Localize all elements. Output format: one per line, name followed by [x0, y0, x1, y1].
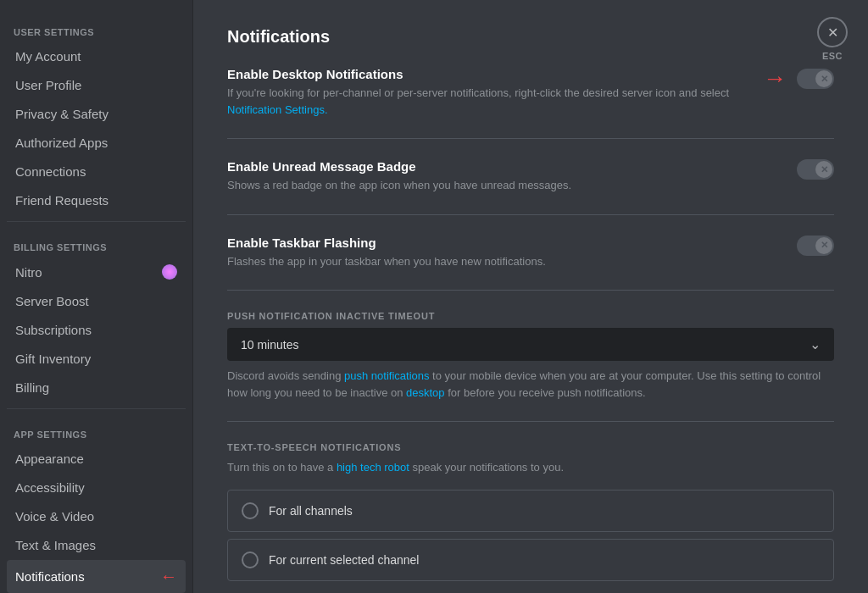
unread-badge-row: Enable Unread Message Badge Shows a red …	[227, 159, 834, 194]
sidebar-item-billing[interactable]: Billing	[7, 374, 186, 402]
push-timeout-selected: 10 minutes	[241, 338, 298, 352]
sidebar-divider-2	[7, 408, 186, 409]
sidebar-divider-1	[7, 221, 186, 222]
divider-4	[227, 421, 834, 422]
sidebar-item-user-profile[interactable]: User Profile	[7, 71, 186, 99]
radio-circle-all	[242, 502, 259, 519]
desktop-notifications-toggle[interactable]: ✕	[797, 69, 834, 89]
taskbar-flashing-info: Enable Taskbar Flashing Flashes the app …	[227, 236, 797, 270]
desktop-notifications-info: Enable Desktop Notifications If you're l…	[227, 67, 763, 118]
taskbar-flashing-title: Enable Taskbar Flashing	[227, 236, 780, 250]
desktop-notifications-row: Enable Desktop Notifications If you're l…	[227, 67, 834, 118]
divider-2	[227, 214, 834, 215]
tts-section: Text-to-Speech Notifications Turn this o…	[227, 442, 834, 581]
taskbar-flashing-toggle[interactable]: ✕	[797, 236, 834, 256]
sidebar-item-nitro[interactable]: Nitro	[7, 258, 186, 286]
sidebar-item-notifications[interactable]: Notifications ←	[7, 560, 186, 593]
sidebar-item-friend-requests[interactable]: Friend Requests	[7, 186, 186, 214]
app-settings-label: App Settings	[7, 416, 186, 443]
sidebar-red-arrow: ←	[160, 567, 177, 586]
chevron-down-icon: ⌄	[810, 336, 821, 352]
tts-label: Text-to-Speech Notifications	[227, 442, 834, 452]
divider-1	[227, 138, 834, 139]
desktop-notifications-title: Enable Desktop Notifications	[227, 67, 746, 81]
toggle-knob: ✕	[815, 70, 832, 87]
unread-badge-desc: Shows a red badge on the app icon when y…	[227, 177, 780, 194]
main-content: ✕ ESC Notifications Enable Desktop Notif…	[193, 0, 868, 593]
billing-settings-label: Billing Settings	[7, 229, 186, 256]
radio-label-current: For current selected channel	[269, 553, 419, 567]
push-timeout-desc: Discord avoids sending push notification…	[227, 368, 834, 401]
close-icon[interactable]: ✕	[817, 17, 848, 47]
red-arrow-desktop: →	[763, 67, 787, 91]
divider-3	[227, 290, 834, 291]
esc-button[interactable]: ✕ ESC	[817, 17, 848, 61]
unread-badge-title: Enable Unread Message Badge	[227, 159, 780, 174]
sidebar-item-server-boost[interactable]: Server Boost	[7, 287, 186, 315]
page-title: Notifications	[227, 27, 834, 47]
taskbar-flashing-row: Enable Taskbar Flashing Flashes the app …	[227, 236, 834, 270]
desktop-notifications-desc: If you're looking for per-channel or per…	[227, 85, 746, 118]
taskbar-flashing-desc: Flashes the app in your taskbar when you…	[227, 253, 780, 270]
desktop-notifications-controls: → ✕	[763, 67, 834, 91]
notification-settings-link[interactable]: Notification Settings.	[227, 103, 328, 116]
esc-label: ESC	[822, 51, 843, 61]
toggle-knob-3: ✕	[815, 237, 832, 254]
sidebar-item-accessibility[interactable]: Accessibility	[7, 474, 186, 502]
sidebar-item-text-images[interactable]: Text & Images	[7, 531, 186, 559]
push-timeout-section: Push Notification Inactive Timeout 10 mi…	[227, 311, 834, 401]
push-timeout-dropdown[interactable]: 10 minutes ⌄	[227, 328, 834, 361]
sidebar-item-voice-video[interactable]: Voice & Video	[7, 502, 186, 530]
radio-circle-current	[242, 551, 259, 568]
sidebar-item-appearance[interactable]: Appearance	[7, 445, 186, 473]
sidebar-item-authorized-apps[interactable]: Authorized Apps	[7, 129, 186, 157]
radio-current-channel[interactable]: For current selected channel	[227, 539, 834, 581]
radio-all-channels[interactable]: For all channels	[227, 490, 834, 532]
sidebar-item-privacy-safety[interactable]: Privacy & Safety	[7, 100, 186, 128]
unread-badge-info: Enable Unread Message Badge Shows a red …	[227, 159, 797, 194]
sidebar-item-subscriptions[interactable]: Subscriptions	[7, 316, 186, 344]
radio-label-all: For all channels	[269, 504, 353, 518]
nitro-icon	[162, 264, 177, 280]
sidebar-item-my-account[interactable]: My Account	[7, 42, 186, 70]
toggle-knob-2: ✕	[815, 161, 832, 178]
tts-desc: Turn this on to have a high tech robot s…	[227, 459, 834, 476]
sidebar: User Settings My Account User Profile Pr…	[0, 0, 193, 593]
push-timeout-label: Push Notification Inactive Timeout	[227, 311, 834, 321]
unread-badge-toggle[interactable]: ✕	[797, 159, 834, 180]
user-settings-label: User Settings	[7, 14, 186, 41]
sidebar-item-gift-inventory[interactable]: Gift Inventory	[7, 345, 186, 373]
sidebar-item-connections[interactable]: Connections	[7, 158, 186, 186]
